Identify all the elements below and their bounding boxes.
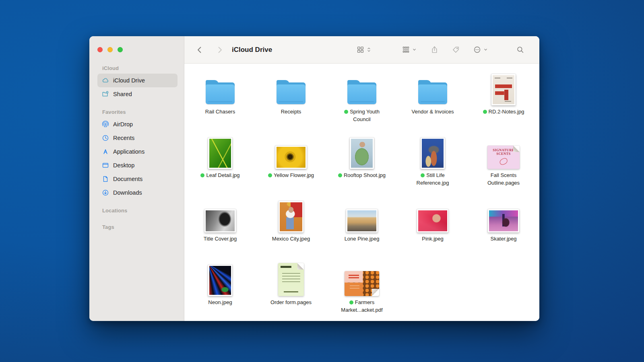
sidebar-section-title: iCloud: [97, 65, 178, 74]
icloud-status-dot: [349, 300, 353, 304]
back-button[interactable]: [194, 44, 205, 56]
chevron-down-icon: [412, 47, 417, 52]
file-item[interactable]: Rooftop Shoot.jpg: [326, 135, 397, 199]
sidebar-item-airdrop[interactable]: AirDrop: [97, 117, 178, 131]
group-button[interactable]: [400, 44, 419, 55]
sidebar-section-title: Favorites: [97, 109, 178, 117]
folder-icon: [206, 82, 235, 104]
file-name: Farmers Market...acket.pdf: [341, 299, 382, 313]
image-thumbnail: [421, 138, 445, 169]
sidebar-section: Locations: [97, 208, 178, 216]
file-name: Order form.pages: [270, 299, 312, 305]
file-name: Title Cover.jpg: [204, 236, 237, 242]
image-thumbnail: [204, 209, 236, 232]
sidebar-item-shared[interactable]: Shared: [97, 87, 178, 101]
file-item[interactable]: Skater.jpeg: [468, 199, 539, 262]
file-item[interactable]: Spring Youth Council: [326, 72, 397, 135]
tag-icon: [452, 46, 460, 53]
ellipsis-circle-icon: [473, 46, 481, 53]
file-name: Receipts: [281, 109, 301, 115]
file-label: Lone Pine.jpeg: [345, 235, 380, 243]
forward-button[interactable]: [214, 44, 225, 56]
tag-button[interactable]: [450, 44, 461, 55]
minimize-button[interactable]: [107, 47, 113, 52]
file-item[interactable]: Yellow Flower.jpg: [256, 135, 326, 199]
file-item[interactable]: Leaf Detail.jpg: [185, 135, 256, 199]
file-item[interactable]: Title Cover.jpg: [185, 199, 256, 262]
nav-buttons: [194, 44, 225, 56]
file-name: Spring Youth Council: [350, 109, 380, 122]
file-item[interactable]: Still Life Reference.jpg: [397, 135, 468, 199]
more-button[interactable]: [472, 44, 490, 55]
chevrons-up-down-icon: [366, 47, 372, 52]
pages-thumbnail: [278, 263, 304, 296]
file-label: Rooftop Shoot.jpg: [338, 172, 386, 179]
icloud-status-dot: [338, 173, 342, 177]
sidebar-item-label: Shared: [113, 91, 132, 97]
file-label: Vendor & Invoices: [412, 108, 454, 116]
file-label: RD.2-Notes.jpg: [483, 108, 524, 116]
image-thumbnail: [417, 209, 448, 232]
file-name: RD.2-Notes.jpg: [489, 109, 524, 115]
sidebar-item-recents[interactable]: Recents: [97, 131, 178, 145]
file-name: Yellow Flower.jpg: [274, 172, 314, 178]
file-item[interactable]: Neon.jpeg: [185, 262, 256, 314]
sidebar-item-desktop[interactable]: Desktop: [97, 158, 178, 172]
file-row: Leaf Detail.jpg Yellow Flower.jpg Roofto…: [185, 135, 539, 199]
file-label: Leaf Detail.jpg: [200, 172, 239, 179]
file-name: Neon.jpeg: [208, 299, 232, 305]
window-controls: [97, 47, 178, 52]
chevron-right-icon: [216, 46, 224, 54]
file-name: Rooftop Shoot.jpg: [344, 172, 386, 178]
file-name: Skater.jpeg: [490, 236, 516, 242]
file-label: Receipts: [281, 108, 301, 116]
file-label: Skater.jpeg: [490, 235, 516, 243]
file-item[interactable]: Farmers Market...acket.pdf: [326, 262, 397, 314]
file-item[interactable]: Lone Pine.jpeg: [326, 199, 397, 262]
file-item[interactable]: Mexico City.jpeg: [256, 199, 326, 262]
image-thumbnail: [346, 209, 378, 232]
sidebar-section-title: Tags: [97, 224, 178, 232]
window-title: iCloud Drive: [232, 46, 272, 54]
file-item[interactable]: RD.2-Notes.jpg: [468, 72, 539, 135]
sidebar-item-documents[interactable]: Documents: [97, 172, 178, 186]
sidebar-item-applications[interactable]: Applications: [97, 145, 178, 158]
clock-icon: [102, 134, 109, 142]
pages-thumbnail: SIGNATURE SCENTS: [487, 146, 520, 169]
file-name: Mexico City.jpeg: [272, 236, 310, 242]
file-item[interactable]: Order form.pages: [256, 262, 326, 314]
file-name: Lone Pine.jpeg: [345, 236, 380, 242]
toolbar: iCloud Drive: [184, 36, 539, 64]
file-item[interactable]: Receipts: [256, 72, 326, 135]
file-item[interactable]: Rail Chasers: [185, 72, 256, 135]
icloud-status-dot: [268, 173, 272, 177]
share-button[interactable]: [429, 44, 440, 55]
cloud-icon: [102, 77, 109, 84]
sidebar-item-downloads[interactable]: Downloads: [97, 186, 178, 200]
grid-icon: [357, 46, 364, 53]
document-icon: [102, 175, 109, 183]
file-item[interactable]: Pink.jpeg: [397, 199, 468, 262]
file-label: Yellow Flower.jpg: [268, 172, 314, 179]
sidebar-item-label: Documents: [113, 176, 142, 182]
view-button[interactable]: [355, 44, 373, 55]
file-label: Still Life Reference.jpg: [408, 172, 457, 187]
sidebar-item-icloud-drive[interactable]: iCloud Drive: [97, 74, 178, 87]
sidebar-section: Favorites AirDrop Recents Applications D…: [97, 109, 178, 200]
zoom-button[interactable]: [118, 47, 123, 52]
file-grid[interactable]: Rail Chasers Receipts Spring Youth Counc…: [184, 64, 539, 321]
file-name: Leaf Detail.jpg: [206, 172, 239, 178]
close-button[interactable]: [97, 47, 103, 52]
file-item[interactable]: Vendor & Invoices: [397, 72, 468, 135]
icloud-status-dot: [421, 173, 425, 177]
file-label: Fall Scents Outline.pages: [479, 172, 528, 187]
main-pane: iCloud Drive Rail Chasers Receipts Sprin…: [184, 36, 539, 321]
image-thumbnail: [488, 209, 519, 232]
shared-folder-icon: [102, 90, 109, 98]
search-button[interactable]: [515, 44, 526, 55]
file-item[interactable]: SIGNATURE SCENTS Fall Scents Outline.pag…: [468, 135, 539, 199]
sidebar-item-label: Applications: [113, 148, 144, 155]
file-label: Title Cover.jpg: [204, 235, 237, 243]
file-label: Spring Youth Council: [337, 108, 386, 123]
icloud-status-dot: [344, 110, 348, 114]
